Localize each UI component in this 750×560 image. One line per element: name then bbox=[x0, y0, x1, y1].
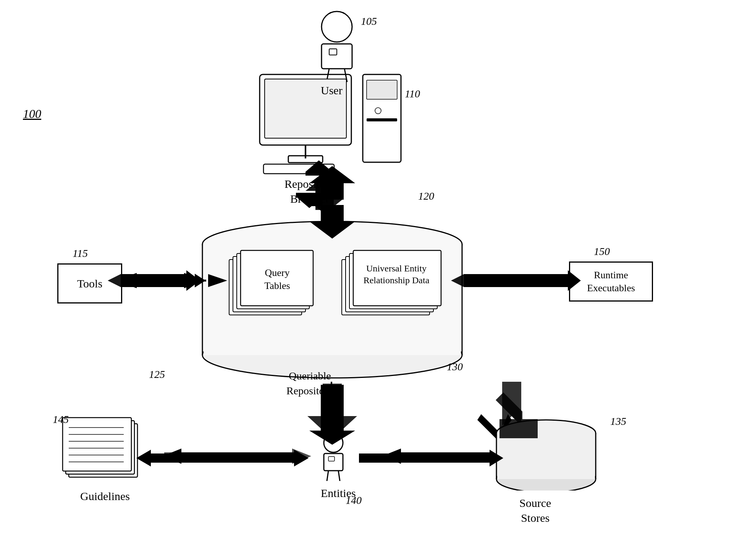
repo-browser-label: RepositoryBrowser bbox=[284, 176, 335, 206]
ref-130: 130 bbox=[447, 361, 463, 373]
diagram: 100 User 105 110 RepositoryBrowser 120 T… bbox=[0, 0, 750, 560]
ref-145: 145 bbox=[53, 413, 69, 426]
queriable-repo-label: QueriableRepository bbox=[286, 368, 333, 398]
svg-rect-12 bbox=[288, 156, 323, 163]
svg-rect-5 bbox=[322, 44, 352, 69]
svg-marker-84 bbox=[136, 450, 292, 466]
svg-marker-40 bbox=[208, 274, 227, 287]
entities-svg bbox=[312, 431, 354, 481]
uer-data-label: Universal EntityRelationship Data bbox=[356, 263, 436, 286]
svg-marker-80 bbox=[464, 270, 581, 291]
ref-150: 150 bbox=[594, 245, 610, 258]
svg-rect-6 bbox=[329, 49, 337, 55]
ref-125: 125 bbox=[149, 368, 165, 381]
svg-marker-81 bbox=[451, 274, 568, 287]
ref-110: 110 bbox=[405, 88, 420, 100]
ref-140: 140 bbox=[346, 494, 362, 507]
svg-line-65 bbox=[338, 471, 340, 481]
svg-marker-75 bbox=[309, 205, 355, 239]
source-stores-label: SourceStores bbox=[519, 495, 551, 525]
ref-100-label: 100 bbox=[23, 107, 41, 121]
svg-rect-71 bbox=[497, 434, 595, 479]
runtime-label: RuntimeExecutables bbox=[587, 269, 635, 295]
ref-105: 105 bbox=[361, 15, 377, 27]
svg-marker-82 bbox=[150, 450, 309, 466]
svg-point-61 bbox=[324, 433, 343, 452]
svg-marker-50 bbox=[164, 449, 311, 464]
query-tables-label: QueryTables bbox=[245, 266, 309, 292]
ref-135: 135 bbox=[610, 415, 626, 428]
svg-marker-49 bbox=[162, 449, 294, 464]
svg-point-16 bbox=[375, 108, 381, 114]
svg-line-7 bbox=[327, 69, 329, 82]
svg-marker-48 bbox=[382, 449, 491, 464]
svg-marker-85 bbox=[359, 450, 503, 466]
svg-rect-29 bbox=[204, 244, 461, 355]
svg-rect-15 bbox=[367, 80, 397, 99]
svg-rect-17 bbox=[367, 118, 397, 121]
svg-point-24 bbox=[202, 221, 462, 267]
svg-rect-62 bbox=[324, 453, 343, 471]
svg-marker-76 bbox=[124, 274, 205, 287]
svg-line-8 bbox=[344, 69, 347, 82]
svg-rect-14 bbox=[363, 74, 401, 162]
svg-marker-78 bbox=[121, 270, 200, 291]
svg-marker-19 bbox=[305, 160, 332, 176]
svg-point-4 bbox=[322, 11, 352, 42]
svg-marker-42 bbox=[523, 274, 542, 287]
runtime-box: RuntimeExecutables bbox=[569, 261, 653, 302]
guidelines-svg bbox=[61, 416, 145, 487]
svg-rect-25 bbox=[202, 244, 462, 355]
tools-box: Tools bbox=[57, 263, 122, 303]
svg-rect-63 bbox=[328, 457, 335, 461]
ref-115: 115 bbox=[73, 247, 88, 260]
tools-label: Tools bbox=[77, 277, 102, 290]
guidelines-label: Guidelines bbox=[80, 490, 130, 503]
ref-120: 120 bbox=[418, 190, 434, 202]
svg-line-64 bbox=[327, 471, 328, 481]
svg-marker-39 bbox=[130, 274, 151, 287]
user-label: User bbox=[321, 84, 343, 97]
source-stores-svg bbox=[493, 414, 600, 491]
svg-rect-54 bbox=[63, 418, 131, 471]
svg-rect-13 bbox=[263, 164, 334, 174]
